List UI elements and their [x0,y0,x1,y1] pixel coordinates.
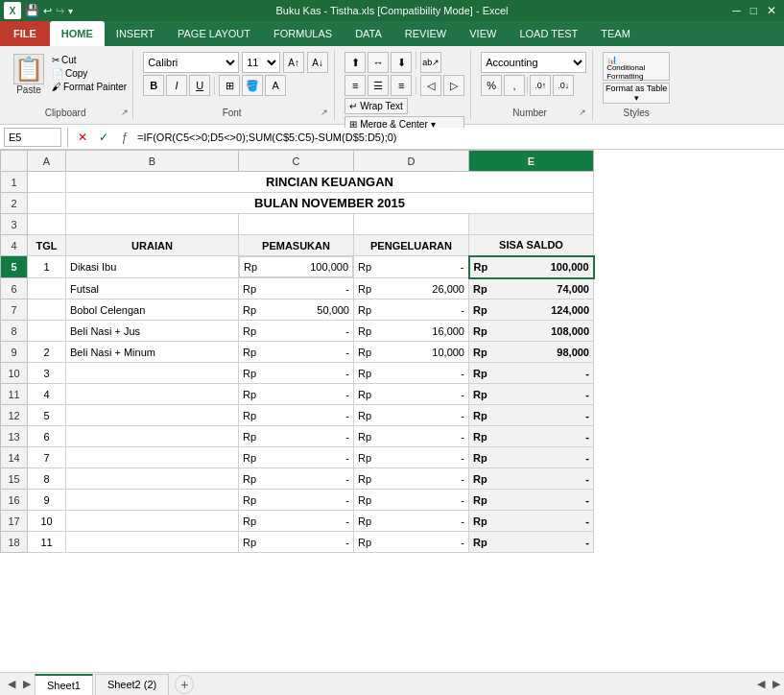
cell-e4[interactable]: SISA SALDO [469,235,594,256]
cancel-formula-icon[interactable]: ✕ [74,129,91,146]
col-header-e[interactable]: E [469,151,594,172]
font-name-select[interactable]: Calibri [143,52,239,73]
align-left-button[interactable]: ≡ [344,75,366,96]
cell-c5[interactable]: Rp100,000 [239,256,353,277]
cell-d18[interactable]: Rp- [354,532,469,553]
cell-b15[interactable] [66,468,239,490]
col-header-b[interactable]: B [66,151,239,172]
cell-e5[interactable]: Rp100,000 [469,256,594,278]
cell-a15[interactable]: 8 [28,468,66,490]
cell-b1[interactable]: RINCIAN KEUANGAN [66,172,594,193]
cell-a3[interactable] [28,214,66,235]
cell-a17[interactable]: 10 [28,511,66,532]
scroll-left-icon[interactable]: ◀ [753,678,769,690]
cell-d3[interactable] [354,214,469,235]
add-sheet-button[interactable]: + [175,675,194,694]
cell-a4[interactable]: TGL [28,235,66,256]
cell-d11[interactable]: Rp- [354,384,469,405]
sheet-tab-sheet2[interactable]: Sheet2 (2) [95,674,169,695]
cell-c18[interactable]: Rp- [239,532,354,553]
row-header-9[interactable]: 9 [1,342,28,363]
cell-e17[interactable]: Rp- [469,511,594,532]
cell-b12[interactable] [66,405,239,426]
cell-d17[interactable]: Rp- [354,511,469,532]
cell-d4[interactable]: PENGELUARAN [354,235,469,256]
comma-format-button[interactable]: , [504,75,525,96]
cell-d10[interactable]: Rp- [354,363,469,384]
cell-b18[interactable] [66,532,239,553]
formula-input[interactable] [137,128,780,147]
cell-a8[interactable] [28,321,66,342]
row-header-17[interactable]: 17 [1,511,28,532]
cell-c4[interactable]: PEMASUKAN [239,235,354,256]
cell-c14[interactable]: Rp- [239,447,354,468]
row-header-14[interactable]: 14 [1,447,28,468]
cell-b3[interactable] [66,214,239,235]
cell-b7[interactable]: Bobol Celengan [66,300,239,321]
cell-c15[interactable]: Rp- [239,468,354,490]
tab-file[interactable]: FILE [0,21,50,46]
undo-icon[interactable]: ↩ [43,5,52,17]
bold-button[interactable]: B [143,75,164,96]
cell-reference-box[interactable]: E5 [4,128,61,147]
font-expand-icon[interactable]: ↗ [321,108,328,117]
row-header-3[interactable]: 3 [1,214,28,235]
cell-d7[interactable]: Rp- [354,300,469,321]
cell-e9[interactable]: Rp98,000 [469,342,594,363]
copy-button[interactable]: 📄 Copy [50,67,129,80]
cell-d15[interactable]: Rp- [354,468,469,490]
scroll-right-icon[interactable]: ▶ [769,678,784,690]
tab-insert[interactable]: INSERT [105,21,166,46]
cell-b11[interactable] [66,384,239,405]
row-header-8[interactable]: 8 [1,321,28,342]
cell-e16[interactable]: Rp- [469,490,594,511]
tab-team[interactable]: TEAM [589,21,642,46]
row-header-13[interactable]: 13 [1,426,28,447]
cell-c6[interactable]: Rp- [239,278,354,300]
align-middle-button[interactable]: ↔ [368,52,389,73]
cell-a14[interactable]: 7 [28,447,66,468]
cell-a2[interactable] [28,193,66,214]
cut-button[interactable]: ✂ Cut [50,54,129,66]
cell-b2[interactable]: BULAN NOVEMBER 2015 [66,193,594,214]
row-header-11[interactable]: 11 [1,384,28,405]
insert-function-icon[interactable]: ƒ [116,129,133,146]
cell-c9[interactable]: Rp- [239,342,354,363]
cell-c16[interactable]: Rp- [239,490,354,511]
confirm-formula-icon[interactable]: ✓ [95,129,112,146]
decrease-font-size-button[interactable]: A↓ [307,52,328,73]
cell-c3[interactable] [239,214,354,235]
row-header-1[interactable]: 1 [1,172,28,193]
row-header-16[interactable]: 16 [1,490,28,511]
cell-a12[interactable]: 5 [28,405,66,426]
redo-icon[interactable]: ↪ [56,5,64,17]
cell-b5[interactable]: Dikasi Ibu [66,256,239,278]
increase-font-size-button[interactable]: A↑ [283,52,304,73]
cell-b13[interactable] [66,426,239,447]
row-header-15[interactable]: 15 [1,468,28,490]
cell-a13[interactable]: 6 [28,426,66,447]
tab-home[interactable]: HOME [50,21,105,46]
sheet-tab-sheet1[interactable]: Sheet1 [35,674,93,695]
increase-indent-button[interactable]: ▷ [443,75,464,96]
cell-b10[interactable] [66,363,239,384]
tab-page-layout[interactable]: PAGE LAYOUT [166,21,262,46]
cell-c11[interactable]: Rp- [239,384,354,405]
border-button[interactable]: ⊞ [219,75,240,96]
cell-e10[interactable]: Rp- [469,363,594,384]
cell-d8[interactable]: Rp16,000 [354,321,469,342]
cell-b8[interactable]: Beli Nasi + Jus [66,321,239,342]
cell-d5[interactable]: Rp- [354,256,469,278]
close-icon[interactable]: ✕ [763,4,780,17]
cell-e14[interactable]: Rp- [469,447,594,468]
cell-a16[interactable]: 9 [28,490,66,511]
cell-b6[interactable]: Futsal [66,278,239,300]
cell-e8[interactable]: Rp108,000 [469,321,594,342]
cell-e11[interactable]: Rp- [469,384,594,405]
decrease-decimal-button[interactable]: .0↓ [553,75,574,96]
cell-d13[interactable]: Rp- [354,426,469,447]
cell-c12[interactable]: Rp- [239,405,354,426]
cell-b17[interactable] [66,511,239,532]
cell-d9[interactable]: Rp10,000 [354,342,469,363]
sheet-tab-navigation-right[interactable]: ▶ [19,678,35,690]
